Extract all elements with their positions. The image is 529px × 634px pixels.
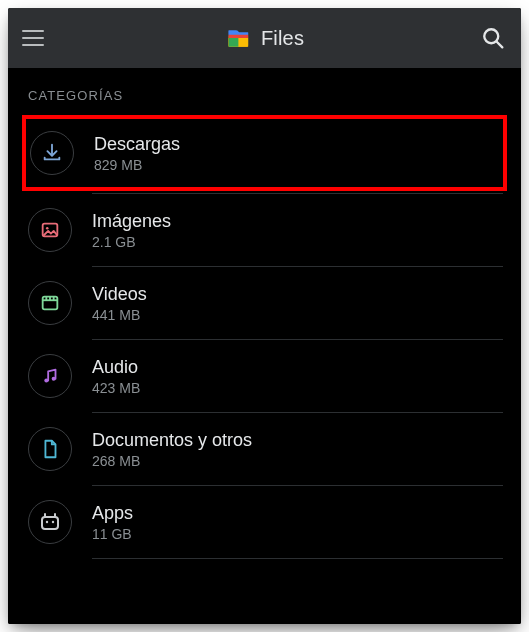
category-text: Apps 11 GB — [92, 503, 133, 542]
category-size: 2.1 GB — [92, 234, 171, 250]
svg-point-9 — [52, 377, 56, 381]
category-label: Videos — [92, 284, 147, 305]
category-label: Imágenes — [92, 211, 171, 232]
download-icon — [30, 131, 74, 175]
category-size: 268 MB — [92, 453, 252, 469]
category-videos[interactable]: Videos 441 MB — [26, 267, 503, 339]
category-label: Descargas — [94, 134, 180, 155]
app-title-group: Files — [225, 25, 304, 51]
category-images[interactable]: Imágenes 2.1 GB — [26, 194, 503, 266]
content-area: CATEGORÍAS Descargas 829 MB — [8, 68, 521, 624]
files-logo-icon — [225, 25, 251, 51]
divider — [92, 558, 503, 559]
category-text: Videos 441 MB — [92, 284, 147, 323]
category-audio[interactable]: Audio 423 MB — [26, 340, 503, 412]
svg-line-4 — [497, 42, 503, 48]
category-downloads[interactable]: Descargas 829 MB — [22, 115, 507, 191]
category-text: Audio 423 MB — [92, 357, 140, 396]
audio-icon — [28, 354, 72, 398]
svg-marker-0 — [228, 35, 248, 38]
search-icon[interactable] — [479, 24, 507, 52]
category-size: 423 MB — [92, 380, 140, 396]
category-label: Documentos y otros — [92, 430, 252, 451]
category-size: 441 MB — [92, 307, 147, 323]
app-title: Files — [261, 27, 304, 50]
category-label: Apps — [92, 503, 133, 524]
app-window: Files CATEGORÍAS Descargas 829 MB — [8, 8, 521, 624]
top-bar: Files — [8, 8, 521, 68]
section-header: CATEGORÍAS — [26, 68, 503, 113]
svg-point-11 — [46, 521, 48, 523]
category-apps[interactable]: Apps 11 GB — [26, 486, 503, 558]
svg-rect-10 — [42, 517, 58, 529]
apps-icon — [28, 500, 72, 544]
svg-point-8 — [44, 379, 48, 383]
svg-point-6 — [46, 227, 49, 230]
video-icon — [28, 281, 72, 325]
category-documents[interactable]: Documentos y otros 268 MB — [26, 413, 503, 485]
category-text: Descargas 829 MB — [94, 134, 180, 173]
category-size: 11 GB — [92, 526, 133, 542]
category-size: 829 MB — [94, 157, 180, 173]
category-text: Documentos y otros 268 MB — [92, 430, 252, 469]
category-label: Audio — [92, 357, 140, 378]
svg-marker-2 — [228, 38, 238, 47]
image-icon — [28, 208, 72, 252]
document-icon — [28, 427, 72, 471]
svg-point-12 — [52, 521, 54, 523]
category-text: Imágenes 2.1 GB — [92, 211, 171, 250]
menu-icon[interactable] — [22, 25, 48, 51]
